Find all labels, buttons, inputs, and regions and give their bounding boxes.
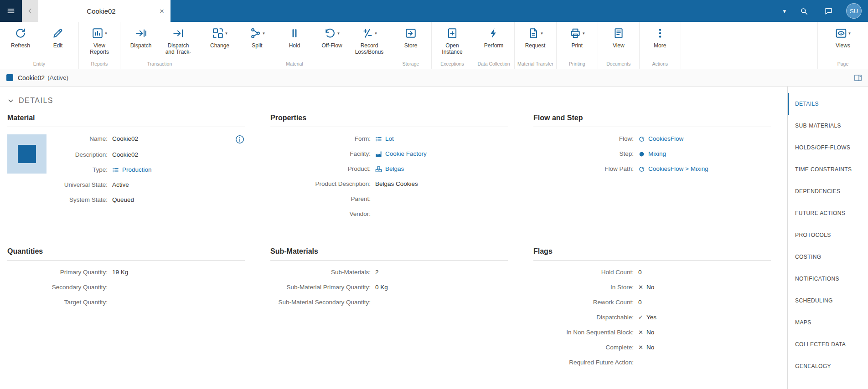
details-panels: MaterialName:Cookie02Description:Cookie0… [0, 112, 787, 373]
mixing-link[interactable]: Mixing [638, 149, 666, 159]
toolbar-group-printing: ▾PrintPrinting [557, 22, 598, 69]
field-sub-materials-value: 2 [375, 268, 379, 277]
field-sub-material-primary-quantity-value: 0 Kg [375, 283, 388, 292]
sidebar-item-costing[interactable]: COSTING [788, 246, 868, 268]
field-label: Step: [533, 149, 638, 159]
toolbar-button-record-loss-bonus[interactable]: ▾Record Loss/Bonus [351, 26, 388, 59]
toolbar-button-request[interactable]: ▾Request [517, 26, 554, 59]
field-sub-material-primary-quantity: Sub-Material Primary Quantity:0 Kg [270, 283, 508, 292]
search-button[interactable] [797, 4, 811, 18]
toolbar-button-dispatch-and-track[interactable]: Dispatch and Track- [160, 26, 197, 59]
field-in-store-value: ✕No [638, 283, 654, 292]
toolbar-button-label: Dispatch and Track- [162, 42, 194, 55]
sidebar-item-maps[interactable]: MAPS [788, 312, 868, 333]
toolbar-button-label: View [613, 42, 625, 49]
field-label: Rework Count: [533, 298, 638, 307]
sidebar-item-sub-materials[interactable]: SUB-MATERIALS [788, 115, 868, 137]
panel-material: MaterialName:Cookie02Description:Cookie0… [7, 114, 245, 225]
toolbar-button-open-instance[interactable]: Open Instance [434, 26, 471, 59]
sidebar-item-dependencies[interactable]: DEPENDENCIES [788, 180, 868, 202]
hamburger-menu-button[interactable] [0, 0, 22, 22]
field-target-quantity: Target Quantity: [7, 298, 245, 307]
toolbar-button-edit[interactable]: Edit [39, 26, 77, 59]
sidebar-item-future-actions[interactable]: FUTURE ACTIONS [788, 202, 868, 224]
ribbon-toolbar: RefreshEditEntity▾View ReportsReportsDis… [0, 22, 868, 69]
close-tab-icon[interactable]: × [158, 7, 166, 15]
toolbar-group-actions: MoreActions [640, 22, 681, 69]
refresh-icon [15, 27, 26, 39]
field-rework-count-value: 0 [638, 298, 642, 307]
main-area: DETAILS MaterialName:Cookie02Description… [0, 87, 868, 389]
toolbar-group-entity: RefreshEditEntity [0, 22, 79, 69]
toolbar-button-store[interactable]: Store [392, 26, 429, 59]
field-label: In Non Sequential Block: [533, 328, 638, 337]
sidebar-item-details[interactable]: DETAILS [788, 93, 868, 115]
cookiesflow-mixing-link[interactable]: CookiesFlow > Mixing [638, 164, 708, 174]
toolbar-button-refresh[interactable]: Refresh [2, 26, 39, 59]
caret-down-icon: ▾ [225, 31, 227, 36]
cookiesflow-link[interactable]: CookiesFlow [638, 134, 683, 143]
chevron-down-icon[interactable]: ▾ [783, 8, 786, 15]
cookie-factory-link[interactable]: Cookie Factory [375, 149, 427, 159]
toolbar-button-hold[interactable]: Hold [276, 26, 313, 59]
panel-title: Material [7, 114, 245, 127]
sidebar-item-genealogy[interactable]: GENEALOGY [788, 355, 868, 377]
toolbar-group-material-transfer: ▾RequestMaterial Transfer [515, 22, 557, 69]
toolbar-button-label: Record Loss/Bonus [353, 42, 385, 55]
belgas-link[interactable]: Belgas [375, 164, 404, 174]
caret-down-icon: ▾ [541, 31, 543, 36]
hamburger-icon [6, 6, 16, 15]
x-mark-icon: ✕ [638, 328, 643, 337]
toolbar-button-change[interactable]: ▾Change [201, 26, 238, 59]
toolbar-button-view[interactable]: View [600, 26, 637, 59]
field-label: Type: [53, 165, 112, 174]
sidebar-item-collected-data[interactable]: COLLECTED DATA [788, 333, 868, 355]
tab-cookie02[interactable]: Cookie02 × [38, 0, 170, 22]
field-in-non-sequential-block: In Non Sequential Block:✕No [533, 328, 771, 337]
sidebar-item-time-constraints[interactable]: TIME CONSTRAINTS [788, 159, 868, 180]
field-label: Dispatchable: [533, 313, 638, 322]
hold-icon [289, 27, 300, 39]
toolbar-group-label: Actions [641, 59, 679, 67]
print-icon [569, 27, 581, 39]
lot-link[interactable]: Lot [375, 134, 394, 143]
toolbar-button-dispatch[interactable]: Dispatch [122, 26, 160, 59]
details-section-header[interactable]: DETAILS [0, 87, 787, 112]
entity-title: Cookie02 [18, 74, 45, 82]
toolbar-button-view-reports[interactable]: ▾View Reports [81, 26, 118, 59]
toolbar-button-perform[interactable]: Perform [475, 26, 512, 59]
field-label: Sub-Material Secondary Quantity: [270, 298, 375, 307]
topbar-actions: ▾ SU [783, 0, 868, 22]
field-label: Vendor: [270, 210, 375, 219]
panel-title: Properties [270, 114, 508, 127]
toolbar-button-more[interactable]: More [641, 26, 679, 59]
toolbar-group-storage: StoreStorage [390, 22, 432, 69]
info-icon[interactable] [235, 134, 245, 144]
sidebar-item-holds-off-flows[interactable]: HOLDS/OFF-FLOWS [788, 137, 868, 159]
production-link[interactable]: Production [112, 165, 152, 174]
material-image-placeholder [18, 145, 36, 163]
field-label: Sub-Material Primary Quantity: [270, 283, 375, 292]
messages-button[interactable] [822, 4, 835, 18]
sidebar-item-protocols[interactable]: PROTOCOLS [788, 224, 868, 246]
toolbar-group-label: Printing [558, 59, 596, 67]
toolbar-group-label: Entity [2, 59, 77, 67]
toolbar-button-off-flow[interactable]: ▾Off-Flow [313, 26, 351, 59]
toolbar-button-label: Request [525, 42, 546, 49]
sidebar-item-scheduling[interactable]: SCHEDULING [788, 290, 868, 312]
back-button[interactable] [22, 0, 38, 22]
toolbar-button-print[interactable]: ▾Print [558, 26, 596, 59]
toolbar-button-label: Dispatch [130, 42, 152, 49]
toolbar-button-split[interactable]: ▾Split [238, 26, 276, 59]
field-name-value: Cookie02 [112, 134, 138, 143]
field-type: Type:Production [53, 165, 245, 174]
field-dispatchable-value: ✓Yes [638, 313, 656, 322]
sidebar-item-notifications[interactable]: NOTIFICATIONS [788, 268, 868, 290]
user-avatar[interactable]: SU [846, 3, 862, 19]
toolbar-group-page: ▾ViewsPage [817, 22, 868, 69]
toolbar-group-data-collection: PerformData Collection [473, 22, 515, 69]
toolbar-button-label: Open Instance [436, 42, 468, 55]
details-section-title: DETAILS [19, 97, 53, 105]
toolbar-button-views[interactable]: ▾Views [824, 26, 862, 59]
open-panel-icon[interactable] [853, 73, 863, 82]
